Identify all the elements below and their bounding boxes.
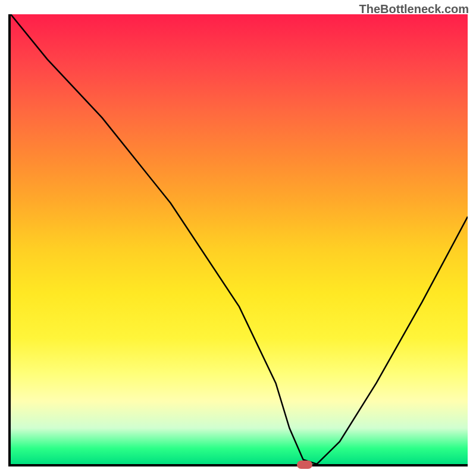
attribution-text: TheBottleneck.com xyxy=(359,2,469,16)
plot-area xyxy=(8,14,468,466)
optimal-marker xyxy=(297,461,312,469)
bottleneck-curve xyxy=(11,14,468,464)
